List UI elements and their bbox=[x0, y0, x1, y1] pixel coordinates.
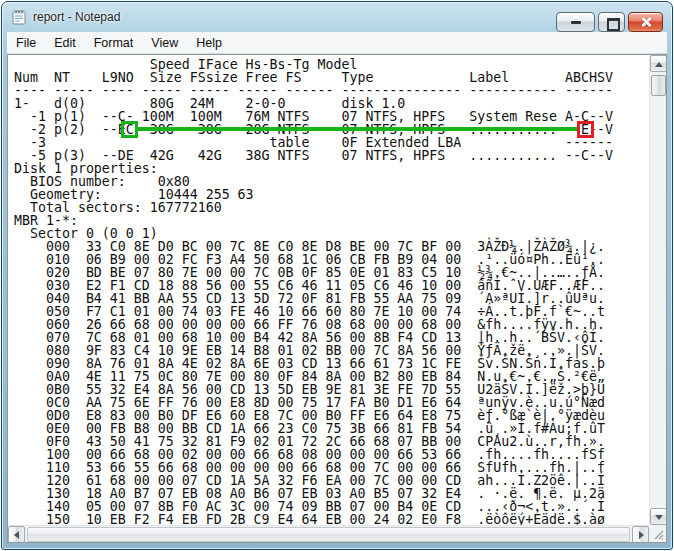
scroll-left-button[interactable] bbox=[8, 526, 25, 543]
resize-grip-icon bbox=[652, 528, 664, 540]
notepad-window: report - Notepad File Edit Format View H… bbox=[1, 1, 673, 550]
scroll-up-button[interactable] bbox=[650, 55, 667, 72]
vertical-scrollbar[interactable] bbox=[649, 55, 666, 525]
menu-bar: File Edit Format View Help bbox=[7, 32, 667, 54]
scroll-right-button[interactable] bbox=[632, 526, 649, 543]
menu-view[interactable]: View bbox=[142, 33, 187, 53]
horizontal-scrollbar[interactable] bbox=[8, 525, 649, 542]
edit-area: Speed IFace Hs-Bs-Tg Model Num NT L9NO S… bbox=[7, 54, 667, 543]
close-button[interactable] bbox=[628, 12, 663, 32]
minimize-button[interactable] bbox=[556, 12, 595, 32]
close-icon bbox=[640, 16, 652, 28]
caption-buttons bbox=[556, 12, 663, 30]
window-title: report - Notepad bbox=[33, 10, 120, 24]
scroll-right-icon bbox=[639, 531, 644, 539]
scroll-left-icon bbox=[14, 531, 19, 539]
scroll-down-button[interactable] bbox=[650, 508, 667, 525]
scroll-down-icon bbox=[655, 515, 663, 520]
notepad-icon bbox=[11, 9, 27, 25]
menu-edit[interactable]: Edit bbox=[45, 33, 85, 53]
maximize-button[interactable] bbox=[598, 12, 625, 32]
maximize-icon bbox=[607, 18, 620, 31]
resize-grip[interactable] bbox=[649, 525, 666, 542]
vertical-scroll-thumb[interactable] bbox=[651, 75, 666, 96]
menu-file[interactable]: File bbox=[7, 33, 45, 53]
document-text[interactable]: Speed IFace Hs-Bs-Tg Model Num NT L9NO S… bbox=[8, 55, 649, 525]
menu-format[interactable]: Format bbox=[85, 33, 143, 53]
title-bar[interactable]: report - Notepad bbox=[2, 2, 672, 32]
scroll-up-icon bbox=[655, 62, 663, 67]
minimize-icon bbox=[571, 21, 581, 24]
menu-help[interactable]: Help bbox=[187, 33, 231, 53]
horizontal-scroll-thumb[interactable] bbox=[27, 527, 630, 542]
